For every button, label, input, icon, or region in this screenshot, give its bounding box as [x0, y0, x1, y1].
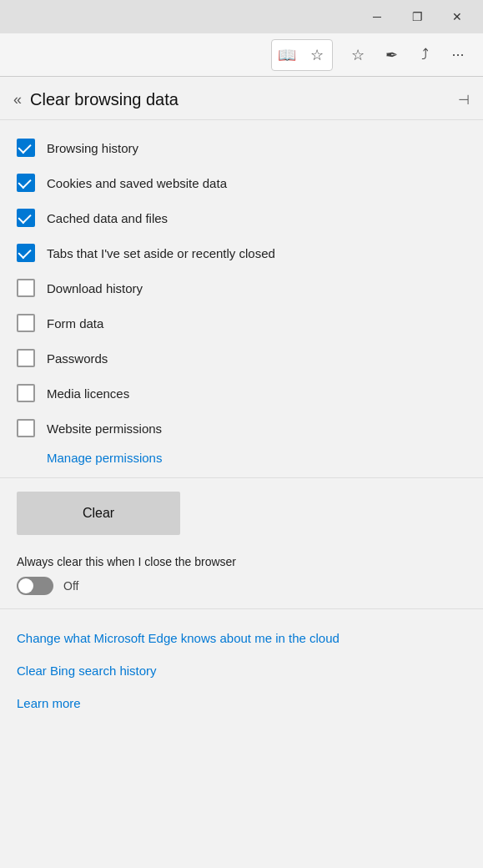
reader-icon[interactable]: 📖	[272, 40, 302, 70]
manage-permissions-link-container: Manage permissions	[0, 446, 483, 477]
always-clear-toggle[interactable]	[17, 577, 53, 595]
close-button[interactable]: ✕	[438, 3, 476, 30]
toggle-state-label: Off	[63, 579, 78, 593]
external-links-section: Change what Microsoft Edge knows about m…	[0, 623, 483, 734]
hub-icon[interactable]: ☆	[343, 40, 373, 70]
checkbox-form-data[interactable]: Form data	[0, 305, 483, 341]
checkbox-label-browsing-history: Browsing history	[47, 141, 138, 155]
toggle-row: Off	[17, 577, 466, 595]
divider-2	[0, 608, 483, 609]
clear-browsing-data-panel: « Clear browsing data ⊣ Browsing history…	[0, 77, 483, 868]
toggle-knob	[18, 578, 33, 593]
checkbox-box-passwords	[17, 349, 35, 367]
clear-button[interactable]: Clear	[17, 492, 180, 535]
panel-content: Browsing history Cookies and saved websi…	[0, 120, 483, 868]
checkbox-browsing-history[interactable]: Browsing history	[0, 130, 483, 165]
checkbox-label-download-history: Download history	[47, 281, 143, 295]
share-icon[interactable]: ⤴	[410, 40, 440, 70]
checkbox-list: Browsing history Cookies and saved websi…	[0, 130, 483, 446]
checkbox-box-browsing-history	[17, 139, 35, 157]
checkbox-label-media-licences: Media licences	[47, 386, 129, 401]
pin-icon[interactable]: ⊣	[458, 92, 470, 108]
checkbox-box-form-data	[17, 314, 35, 332]
checkbox-box-download-history	[17, 279, 35, 297]
back-button[interactable]: «	[13, 91, 22, 108]
checkbox-label-cached-data: Cached data and files	[47, 211, 168, 225]
favorites-star-icon[interactable]: ☆	[302, 40, 332, 70]
checkbox-box-media-licences	[17, 384, 35, 402]
restore-button[interactable]: ❐	[398, 3, 436, 30]
checkbox-label-passwords: Passwords	[47, 351, 108, 366]
checkbox-download-history[interactable]: Download history	[0, 270, 483, 305]
checkbox-box-tabs-aside	[17, 244, 35, 262]
checkbox-cached-data[interactable]: Cached data and files	[0, 200, 483, 235]
panel-header: « Clear browsing data ⊣	[0, 77, 483, 120]
checkbox-label-tabs-aside: Tabs that I've set aside or recently clo…	[47, 246, 275, 260]
checkbox-media-licences[interactable]: Media licences	[0, 376, 483, 411]
browser-toolbar: 📖 ☆ ☆ ✒ ⤴ ···	[0, 33, 483, 77]
checkbox-passwords[interactable]: Passwords	[0, 341, 483, 376]
checkbox-box-website-permissions	[17, 419, 35, 437]
checkbox-label-cookies: Cookies and saved website data	[47, 176, 227, 190]
checkbox-cookies[interactable]: Cookies and saved website data	[0, 165, 483, 200]
toolbar-left-group: 📖 ☆	[271, 39, 333, 71]
checkbox-website-permissions[interactable]: Website permissions	[0, 411, 483, 446]
learn-more-link[interactable]: Learn more	[17, 694, 466, 712]
checkbox-label-form-data: Form data	[47, 316, 103, 331]
checkbox-label-website-permissions: Website permissions	[47, 421, 162, 436]
checkbox-tabs-aside[interactable]: Tabs that I've set aside or recently clo…	[0, 235, 483, 270]
toggle-description: Always clear this when I close the brows…	[17, 555, 466, 568]
always-clear-section: Always clear this when I close the brows…	[0, 548, 483, 608]
clear-section: Clear	[0, 492, 483, 548]
panel-title: Clear browsing data	[30, 90, 458, 109]
divider-1	[0, 477, 483, 478]
notes-icon[interactable]: ✒	[376, 40, 406, 70]
bing-history-link[interactable]: Clear Bing search history	[17, 662, 466, 679]
more-icon[interactable]: ···	[443, 40, 473, 70]
cloud-link[interactable]: Change what Microsoft Edge knows about m…	[17, 629, 466, 647]
title-bar: ─ ❐ ✕	[0, 0, 483, 33]
minimize-button[interactable]: ─	[358, 3, 396, 30]
manage-permissions-link[interactable]: Manage permissions	[47, 451, 162, 465]
checkbox-box-cookies	[17, 174, 35, 192]
checkbox-box-cached-data	[17, 209, 35, 227]
